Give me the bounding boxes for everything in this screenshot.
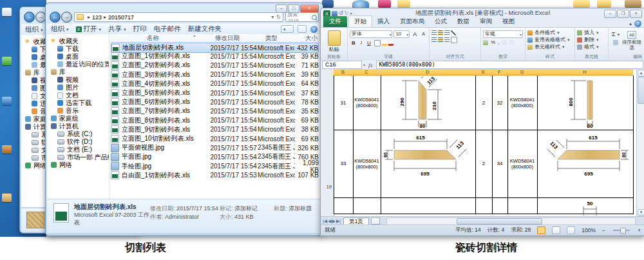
font-color-button[interactable] bbox=[388, 41, 393, 46]
ribbon-tab[interactable]: 页面布局 bbox=[395, 16, 430, 27]
next-sheet-icon[interactable]: ▶ bbox=[332, 219, 336, 224]
explorer-window[interactable]: – □ × ← → ▸ 123 ▸ 20150717 ▾ ↻ 搜索 2015..… bbox=[45, 3, 323, 236]
sidebar-item[interactable]: 软件 (D:) bbox=[57, 138, 109, 145]
column-header-size[interactable]: 大小 bbox=[305, 34, 317, 43]
desktop-icon[interactable] bbox=[2, 97, 12, 105]
delete-cells-button[interactable]: 删除 bbox=[577, 36, 606, 43]
fill-color-button[interactable] bbox=[382, 41, 387, 46]
accounting-format-icon[interactable] bbox=[483, 40, 488, 45]
collapse-ribbon-icon[interactable]: ▴ bbox=[629, 21, 632, 26]
page-break-view-icon[interactable] bbox=[567, 226, 575, 234]
merge-center-icon[interactable] bbox=[451, 37, 457, 43]
format-as-table-button[interactable]: 套用表格格式 bbox=[527, 36, 573, 43]
vertical-scrollbar[interactable]: ▲ ▼ bbox=[636, 69, 644, 217]
sidebar-item[interactable]: 下载 bbox=[57, 45, 109, 52]
sidebar-item[interactable]: 文档 (E:) bbox=[57, 146, 109, 153]
zoom-slider-knob[interactable] bbox=[620, 228, 626, 234]
italic-button[interactable]: I bbox=[359, 39, 364, 47]
zoom-out-icon[interactable]: − bbox=[602, 227, 605, 234]
help-icon[interactable]: ? bbox=[634, 20, 641, 27]
sidebar-item[interactable]: 网络 bbox=[51, 161, 109, 168]
increase-decimal-icon[interactable] bbox=[502, 40, 507, 45]
organize-button[interactable]: 组织 bbox=[25, 25, 43, 34]
paste-icon[interactable] bbox=[328, 30, 341, 46]
font-name-combo[interactable]: 宋体 bbox=[350, 30, 392, 38]
orientation-icon[interactable] bbox=[451, 30, 456, 35]
vertical-scroll-thumb[interactable] bbox=[638, 77, 644, 104]
cell-g19[interactable]: KWD58041(800x800) bbox=[507, 75, 537, 130]
cell-b20[interactable]: 33 bbox=[334, 130, 353, 197]
file-row[interactable]: 平面图.jpg 2015/7/17 15:54 2345看图王 JPG ... … bbox=[111, 152, 319, 161]
comma-style-icon[interactable]: , bbox=[498, 39, 499, 45]
file-row[interactable]: 立面图_10切割砖列表.xls 2015/7/17 15:54 Microsof… bbox=[111, 134, 319, 143]
cell-e20[interactable]: 2 bbox=[475, 130, 492, 197]
decrease-decimal-icon[interactable] bbox=[509, 40, 515, 45]
underline-button[interactable]: U bbox=[365, 39, 373, 47]
address-dropdown-icon[interactable]: ▾ bbox=[271, 14, 274, 20]
conditional-formatting-button[interactable]: 条件格式 bbox=[527, 29, 573, 36]
last-sheet-icon[interactable]: ▶| bbox=[336, 219, 341, 224]
forward-icon[interactable]: → bbox=[61, 12, 72, 23]
ribbon-tab[interactable]: 开始 bbox=[348, 15, 372, 27]
refresh-icon[interactable]: ↻ bbox=[276, 14, 281, 20]
normal-view-icon[interactable] bbox=[537, 226, 545, 234]
row-header-19[interactable]: 19 bbox=[323, 184, 332, 190]
percent-style-icon[interactable]: % bbox=[491, 39, 495, 45]
excel-window[interactable]: X ↺ ↻ ▾ 地面层切割砖列表.xls [兼容模式] - Microsoft … bbox=[320, 8, 644, 236]
ribbon-tab[interactable]: 插入 bbox=[372, 16, 395, 27]
paste-label[interactable]: 粘贴 bbox=[323, 46, 345, 53]
worksheet-grid[interactable]: BCDEFGH 19 20 31 KWD58041(800x800) 2 32 … bbox=[321, 69, 644, 217]
file-row[interactable]: 立面图_4切割砖列表.xls 2015/7/17 15:54 Microsoft… bbox=[111, 79, 319, 88]
prev-sheet-icon[interactable]: ◀ bbox=[328, 219, 331, 224]
autosum-button[interactable]: Σ bbox=[611, 30, 621, 39]
file-row[interactable]: 立面图_6切割砖列表.xls 2015/7/17 15:54 Microsoft… bbox=[111, 97, 319, 106]
share-button[interactable]: 共享 bbox=[108, 25, 126, 34]
back-icon[interactable]: ← bbox=[50, 12, 61, 23]
breadcrumb-current[interactable]: 20150717 bbox=[108, 14, 134, 21]
details-title-value[interactable]: 添加标题 bbox=[289, 205, 312, 212]
cell-e19[interactable]: 2 bbox=[475, 75, 492, 130]
cell-g20[interactable]: KWD58041(800x800) bbox=[507, 130, 537, 197]
ribbon-tab[interactable]: 数据 bbox=[452, 16, 475, 27]
sidebar-item[interactable]: 库 bbox=[51, 68, 109, 75]
views-button[interactable] bbox=[281, 25, 294, 33]
sidebar-item[interactable]: 图片 bbox=[57, 84, 109, 91]
sidebar-item[interactable]: 系统 (C:) bbox=[57, 130, 109, 137]
file-row[interactable]: 立面图_1切割砖列表.xls 2015/7/17 15:54 Microsoft… bbox=[111, 52, 319, 61]
details-tags-value[interactable]: 添加标记 bbox=[234, 205, 258, 212]
file-row[interactable]: 立面图_5切割砖列表.xls 2015/7/17 15:54 Microsoft… bbox=[111, 88, 319, 97]
cell-f20[interactable]: 34 bbox=[492, 130, 507, 197]
sidebar-item[interactable]: 家庭组 bbox=[51, 115, 109, 122]
file-row[interactable]: 手绘图.jpg 2015/7/17 15:54 2345看图王 JPG ... … bbox=[111, 162, 319, 171]
sidebar-item[interactable]: 迅雷下载 bbox=[57, 99, 109, 106]
file-tab[interactable]: 文件 bbox=[323, 16, 347, 27]
formula-input[interactable]: KWB58058(800x800) bbox=[376, 61, 643, 69]
borders-button[interactable] bbox=[374, 40, 381, 46]
align-right-icon[interactable] bbox=[444, 37, 450, 43]
browser-icon[interactable] bbox=[352, 0, 369, 8]
zoom-level[interactable]: 100% bbox=[582, 227, 596, 234]
new-folder-button[interactable]: 新建文件夹 bbox=[188, 25, 222, 34]
file-row[interactable]: 立面图_3切割砖列表.xls 2015/7/17 15:54 Microsoft… bbox=[111, 70, 319, 79]
desktop-icon[interactable] bbox=[378, 0, 391, 8]
sidebar-item[interactable]: 计算机 bbox=[51, 123, 109, 130]
file-row[interactable]: 立面图_7切割砖列表.xls 2015/7/17 15:54 Microsoft… bbox=[111, 106, 319, 115]
search-input[interactable]: 搜索 2015... bbox=[285, 12, 319, 22]
ribbon-tab[interactable]: 视图 bbox=[497, 16, 520, 27]
page-layout-view-icon[interactable] bbox=[552, 226, 560, 234]
sort-filter-button[interactable]: AZ 排序和筛选 bbox=[621, 31, 643, 54]
back-icon[interactable]: ← bbox=[24, 12, 35, 23]
name-box[interactable]: C16 bbox=[322, 61, 362, 69]
insert-sheet-icon[interactable] bbox=[371, 217, 380, 225]
sidebar-item[interactable]: 文档 bbox=[57, 92, 109, 99]
scroll-up-icon[interactable]: ▲ bbox=[638, 70, 644, 77]
horizontal-scroll-thumb[interactable] bbox=[457, 218, 542, 225]
cell-styles-button[interactable]: 单元格样式 bbox=[527, 43, 573, 50]
column-header-date[interactable]: 修改日期 bbox=[215, 34, 240, 43]
column-header[interactable]: C bbox=[353, 69, 381, 75]
column-header[interactable]: G bbox=[507, 69, 537, 75]
column-header[interactable]: B bbox=[334, 69, 353, 75]
folder-icon[interactable] bbox=[397, 0, 410, 8]
file-row[interactable]: 自由面_1切割砖列表.xls 2015/7/17 15:53 Microsoft… bbox=[111, 171, 319, 180]
insert-cells-button[interactable]: 插入 bbox=[577, 29, 606, 36]
